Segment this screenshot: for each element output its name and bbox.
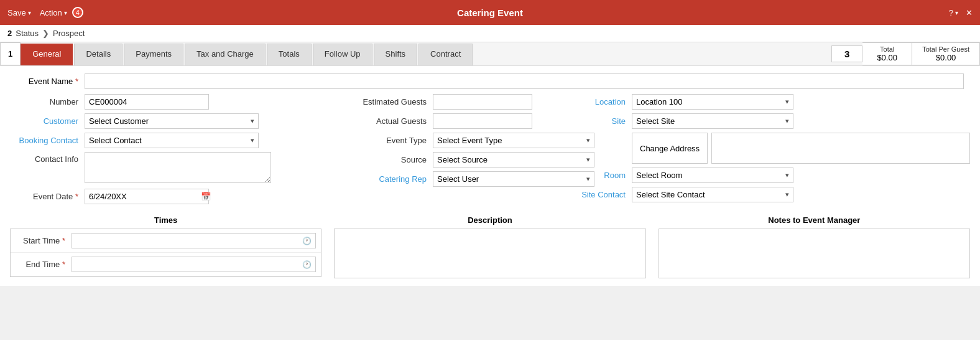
tab-right-info: 3 Total $0.00 Total Per Guest $0.00 (831, 42, 980, 65)
description-section: Description (334, 215, 645, 278)
event-name-row: Event Name * (10, 73, 970, 89)
total-per-guest-label: Total Per Guest (922, 45, 969, 53)
customer-label[interactable]: Customer (10, 116, 85, 126)
notes-title: Notes to Event Manager (659, 215, 970, 225)
room-select[interactable]: Select Room (632, 168, 782, 182)
room-select-wrap[interactable]: Select Room ▾ (632, 168, 793, 183)
status-prospect: Prospect (53, 29, 85, 38)
booking-contact-select[interactable]: Select Contact (85, 133, 247, 148)
header-left: Save ▾ Action ▾ 4 (7, 7, 83, 18)
event-name-input[interactable] (85, 73, 964, 89)
number-input[interactable] (85, 94, 209, 110)
estimated-guests-input[interactable] (433, 94, 532, 110)
event-type-select[interactable]: Select Event Type (433, 133, 583, 148)
left-column: Number Customer Select Customer ▾ (10, 94, 346, 208)
tab-general[interactable]: General (21, 44, 73, 65)
site-contact-select-wrap[interactable]: Select Site Contact ▾ (632, 187, 793, 202)
actual-guests-label: Actual Guests (352, 116, 433, 126)
end-time-input[interactable] (72, 257, 298, 272)
contact-info-row: Contact Info (10, 152, 346, 185)
contact-info-textarea[interactable] (85, 152, 271, 183)
start-time-input[interactable] (72, 234, 298, 248)
room-label[interactable]: Room (563, 171, 632, 180)
event-date-input[interactable] (85, 189, 197, 204)
location-select-wrap[interactable]: Location 100 ▾ (632, 94, 793, 110)
close-icon: ✕ (966, 8, 973, 17)
booking-contact-row: Booking Contact Select Contact ▾ (10, 133, 346, 148)
tab-list: General Details Payments Tax and Charge … (21, 42, 474, 65)
tab-contract[interactable]: Contract (418, 44, 473, 65)
total-per-guest-value: $0.00 (922, 53, 969, 62)
tab-shifts[interactable]: Shifts (374, 44, 418, 65)
total-per-guest-box: Total Per Guest $0.00 (912, 42, 980, 65)
start-time-row: Start Time * 🕐 (11, 229, 321, 253)
location-caret-icon: ▾ (782, 98, 793, 106)
event-date-input-wrap[interactable]: 📅 (85, 189, 209, 204)
action-caret-icon: ▾ (64, 9, 67, 16)
notes-box (659, 229, 970, 278)
room-caret-icon: ▾ (782, 171, 793, 179)
tab-tax-and-charge[interactable]: Tax and Charge (185, 44, 266, 65)
site-select[interactable]: Select Site (632, 114, 782, 128)
notes-textarea[interactable] (659, 229, 969, 278)
close-button[interactable]: ✕ (966, 8, 973, 17)
tab-details[interactable]: Details (74, 44, 122, 65)
site-row: Site Select Site ▾ (563, 113, 970, 129)
tab-follow-up[interactable]: Follow Up (313, 44, 372, 65)
start-time-clock-icon: 🕐 (298, 237, 315, 245)
description-textarea[interactable] (335, 229, 645, 278)
number-row: Number (10, 94, 346, 110)
save-button[interactable]: Save ▾ (7, 8, 31, 17)
header: Save ▾ Action ▾ 4 Catering Event ? ▾ ✕ (0, 0, 980, 25)
end-time-input-wrap[interactable]: 🕐 (72, 257, 316, 272)
booking-contact-select-wrap[interactable]: Select Contact ▾ (85, 133, 259, 148)
site-contact-row: Site Contact Select Site Contact ▾ (563, 187, 970, 202)
source-label: Source (352, 155, 433, 164)
form-grid: Number Customer Select Customer ▾ (10, 94, 970, 208)
address-textarea[interactable] (711, 133, 970, 164)
times-title: Times (10, 215, 321, 225)
tab-totals[interactable]: Totals (267, 44, 312, 65)
tab-payments[interactable]: Payments (124, 44, 183, 65)
times-section: Times Start Time * 🕐 End Time * (10, 215, 321, 278)
notes-section: Notes to Event Manager (659, 215, 970, 278)
site-contact-select[interactable]: Select Site Contact (632, 187, 782, 202)
customer-select-wrap[interactable]: Select Customer ▾ (85, 113, 259, 129)
help-button[interactable]: ? ▾ (949, 8, 958, 17)
customer-select[interactable]: Select Customer (85, 114, 247, 128)
site-contact-label[interactable]: Site Contact (563, 190, 632, 199)
booking-contact-label[interactable]: Booking Contact (10, 136, 85, 145)
actual-guests-row: Actual Guests (352, 113, 557, 129)
status-bar: 2 Status ❯ Prospect (0, 25, 980, 42)
status-label: Status (16, 29, 39, 38)
room-row: Room Select Room ▾ (563, 168, 970, 183)
status-chevron-icon: ❯ (42, 29, 49, 38)
estimated-guests-row: Estimated Guests (352, 94, 557, 110)
location-select[interactable]: Location 100 (632, 95, 782, 109)
description-title: Description (334, 215, 645, 225)
action-label: Action (40, 8, 62, 17)
number-label: Number (10, 97, 85, 106)
action-button[interactable]: Action ▾ (40, 8, 67, 17)
site-select-wrap[interactable]: Select Site ▾ (632, 113, 793, 129)
contact-info-label: Contact Info (10, 152, 85, 164)
calendar-icon: 📅 (197, 192, 215, 201)
start-time-input-wrap[interactable]: 🕐 (72, 233, 316, 248)
event-date-row: Event Date * 📅 (10, 189, 346, 204)
change-address-button[interactable]: Change Address (632, 133, 708, 164)
actual-guests-input[interactable] (433, 113, 532, 129)
action-badge: 4 (72, 7, 83, 18)
change-address-label: Change Address (640, 144, 700, 153)
source-select[interactable]: Select Source (433, 153, 583, 167)
site-label[interactable]: Site (563, 116, 632, 126)
estimated-guests-label: Estimated Guests (352, 97, 433, 106)
total-box: Total $0.00 (862, 42, 912, 65)
end-time-label: End Time * (16, 260, 72, 269)
bottom-section: Times Start Time * 🕐 End Time * (10, 215, 970, 278)
catering-rep-select[interactable]: Select User (433, 172, 583, 186)
location-label[interactable]: Location (563, 97, 632, 106)
right-column: Location Location 100 ▾ Site Sel (563, 94, 970, 208)
header-title: Catering Event (457, 7, 523, 18)
catering-rep-label[interactable]: Catering Rep (352, 174, 433, 184)
customer-caret-icon: ▾ (247, 117, 258, 125)
